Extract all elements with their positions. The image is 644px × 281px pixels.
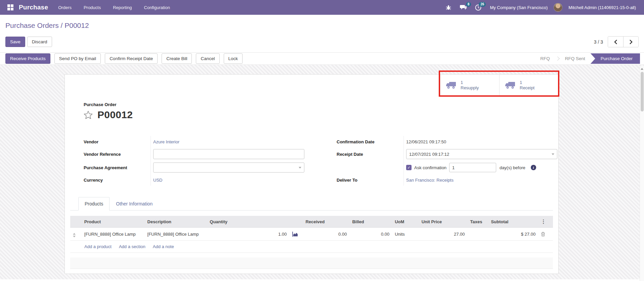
discard-button[interactable]: Discard: [27, 37, 52, 47]
currency-label: Currency: [84, 174, 151, 186]
days-before-input[interactable]: [449, 163, 496, 172]
company-switcher[interactable]: My Company (San Francisco): [487, 5, 550, 10]
scrollbar-up-arrow[interactable]: [640, 66, 644, 71]
lock-button[interactable]: Lock: [224, 53, 243, 64]
scrollbar-thumb[interactable]: [641, 72, 644, 111]
confirmation-date-value: 12/06/2021 09:17:50: [406, 139, 446, 144]
billed-column-header: Billed: [349, 216, 392, 228]
menu-products[interactable]: Products: [78, 1, 106, 14]
apps-menu-icon[interactable]: [5, 2, 15, 12]
activities-badge: 26: [479, 2, 486, 7]
cell-unit-price[interactable]: 27.00: [419, 228, 468, 241]
vendor-label: Vendor: [84, 136, 151, 147]
status-rfq-sent[interactable]: RFQ Sent: [560, 56, 591, 61]
cell-billed[interactable]: 0.00: [349, 228, 392, 241]
add-a-note-link[interactable]: Add a note: [153, 244, 174, 249]
form-sheet: 1 Resupply 1 Receipt Purchase Order: [65, 74, 559, 274]
send-po-by-email-button[interactable]: Send PO by Email: [54, 53, 101, 64]
forecast-chart-icon[interactable]: [292, 232, 298, 237]
drag-handle-icon[interactable]: [73, 233, 76, 237]
cell-product[interactable]: [FURN_8888] Office Lamp: [82, 228, 145, 241]
breadcrumb-current: P00012: [65, 21, 89, 29]
receipt-date-input[interactable]: [406, 149, 557, 159]
status-separator-chevron: [555, 56, 560, 61]
breadcrumb-parent[interactable]: Purchase Orders: [5, 21, 59, 29]
deliver-to-value[interactable]: San Francisco: Receipts: [406, 178, 454, 183]
pager: 3 / 3: [594, 36, 639, 47]
favorite-star-icon[interactable]: [84, 110, 93, 119]
optional-columns-kebab-icon[interactable]: ⋮: [538, 216, 553, 228]
menu-configuration[interactable]: Configuration: [139, 1, 175, 14]
user-avatar[interactable]: [554, 3, 562, 12]
delete-row-trash-icon[interactable]: [541, 232, 545, 237]
activities-clock-icon[interactable]: 26: [472, 2, 484, 13]
control-panel: Purchase Orders / P00012 Save Discard 3 …: [0, 15, 644, 52]
purchase-agreement-input[interactable]: [153, 162, 304, 173]
confirmation-date-label: Confirmation Date: [337, 136, 404, 147]
confirm-receipt-date-button[interactable]: Confirm Receipt Date: [105, 53, 158, 64]
description-column-header: Description: [145, 216, 207, 228]
receive-products-button[interactable]: Receive Products: [5, 53, 50, 64]
cell-taxes[interactable]: [468, 228, 488, 241]
vendor-reference-input[interactable]: [153, 149, 304, 159]
table-row: [FURN_8888] Office Lamp [FURN_8888] Offi…: [70, 228, 553, 241]
menu-orders[interactable]: Orders: [53, 1, 77, 14]
add-a-product-link[interactable]: Add a product: [84, 244, 112, 249]
doc-type-label: Purchase Order: [84, 102, 540, 107]
tab-other-information[interactable]: Other Information: [110, 197, 159, 210]
subtotal-column-header: Subtotal: [488, 216, 538, 228]
pager-previous-button[interactable]: [608, 37, 623, 47]
totals-placeholder-strip: [70, 257, 553, 269]
main-menu: Orders Products Reporting Configuration: [53, 1, 175, 14]
messages-badge: 8: [466, 2, 471, 7]
cell-subtotal[interactable]: $ 27.00: [488, 228, 538, 241]
receipt-smart-button[interactable]: 1 Receipt: [499, 75, 558, 96]
status-purchase-order[interactable]: Purchase Order: [591, 53, 640, 64]
product-column-header: Product: [82, 216, 145, 228]
table-header-row: Product Description Quantity Received Bi…: [70, 216, 553, 228]
resupply-label: Resupply: [461, 85, 479, 91]
info-icon[interactable]: i: [531, 165, 536, 170]
purchase-agreement-label: Purchase Agreement: [84, 161, 151, 174]
form-action-bar: Receive Products Send PO by Email Confir…: [0, 52, 644, 65]
vendor-value[interactable]: Azure Interior: [153, 139, 179, 144]
taxes-column-header: Taxes: [468, 216, 488, 228]
right-field-column: Confirmation Date 12/06/2021 09:17:50 Re…: [337, 136, 557, 186]
resupply-smart-button[interactable]: 1 Resupply: [440, 75, 499, 96]
document-name: P00012: [97, 109, 133, 121]
top-navbar: Purchase Orders Products Reporting Confi…: [0, 0, 644, 15]
ask-confirmation-checkbox[interactable]: ✓: [406, 165, 412, 170]
vertical-scrollbar[interactable]: [640, 66, 644, 281]
smart-button-box: 1 Resupply 1 Receipt: [440, 75, 558, 96]
received-column-header: Received: [303, 216, 349, 228]
user-menu[interactable]: Mitchell Admin (11406921-15-0-all): [566, 5, 639, 10]
forecast-column-header: [290, 216, 303, 228]
add-a-section-link[interactable]: Add a section: [119, 244, 145, 249]
receipt-count: 1: [520, 80, 534, 85]
pager-next-button[interactable]: [623, 37, 638, 47]
navbar-right: 8 26 My Company (San Francisco) Mitchell…: [443, 2, 639, 13]
debug-bug-icon[interactable]: [443, 2, 454, 13]
order-lines-table: Product Description Quantity Received Bi…: [70, 216, 553, 241]
statusbar: RFQ RFQ Sent Purchase Order: [535, 53, 640, 64]
cell-description[interactable]: [FURN_8888] Office Lamp: [145, 228, 207, 241]
cancel-button[interactable]: Cancel: [196, 53, 219, 64]
quantity-column-header: Quantity: [207, 216, 289, 228]
create-bill-button[interactable]: Create Bill: [162, 53, 192, 64]
handle-column-header: [70, 216, 82, 228]
pager-count: 3 / 3: [594, 39, 603, 45]
truck-icon: [505, 81, 516, 89]
save-button[interactable]: Save: [5, 37, 25, 47]
status-rfq[interactable]: RFQ: [535, 56, 555, 61]
ask-confirmation-label: Ask confirmation: [414, 165, 446, 170]
tab-products[interactable]: Products: [78, 197, 110, 210]
days-before-suffix: day(s) before: [500, 165, 525, 170]
menu-reporting[interactable]: Reporting: [108, 1, 137, 14]
unit-price-column-header: Unit Price: [419, 216, 468, 228]
cell-uom[interactable]: Units: [392, 228, 419, 241]
cell-received[interactable]: 0.00: [303, 228, 349, 241]
messages-icon[interactable]: 8: [458, 2, 469, 13]
currency-value[interactable]: USD: [153, 178, 162, 183]
app-title[interactable]: Purchase: [19, 4, 48, 11]
cell-quantity[interactable]: 1.00: [207, 228, 289, 241]
